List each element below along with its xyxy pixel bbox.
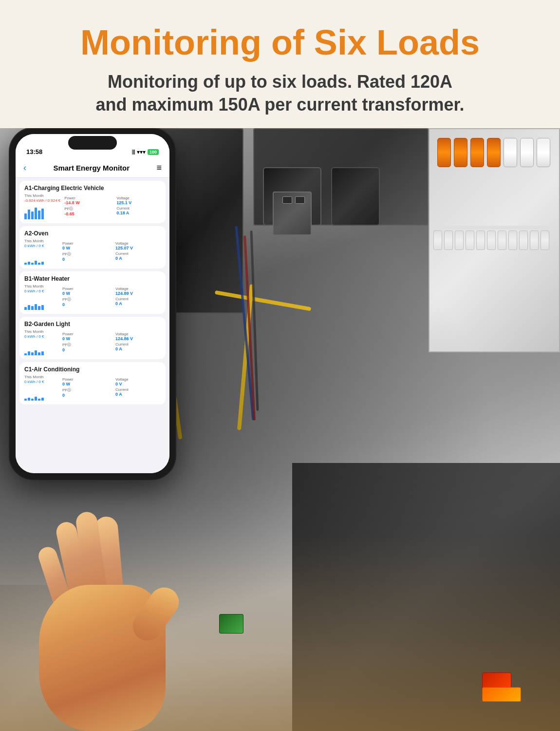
- voltage-value: 125.07 V: [115, 246, 161, 250]
- bar: [38, 263, 40, 265]
- bar: [28, 398, 30, 401]
- bar: [31, 263, 34, 265]
- current-value: 0 A: [115, 256, 161, 261]
- bar: [31, 212, 34, 219]
- load-title: A1-Charging Electric Vehicle: [24, 185, 161, 192]
- month-label: This Month: [24, 284, 58, 289]
- bar: [38, 399, 40, 401]
- status-icons: |||| ▾▾▾ 100: [132, 149, 159, 155]
- bar: [35, 261, 37, 265]
- battery-badge: 100: [148, 149, 159, 155]
- voltage-label: Voltage: [115, 287, 161, 291]
- power-group: Power 0 W: [62, 332, 108, 341]
- load-left: This Month 0 kWh / 0 €: [24, 239, 58, 265]
- voltage-label: Voltage: [115, 241, 161, 246]
- power-group: Power -14.8 W: [64, 196, 109, 205]
- status-time: 13:58: [26, 148, 42, 155]
- bar: [41, 262, 44, 265]
- current-group: Current 0 A: [115, 251, 161, 262]
- load-body: This Month -0.924 kWh / 0.924 € Power -1…: [24, 193, 161, 219]
- voltage-group: Voltage 124.86 V: [115, 332, 161, 341]
- voltage-value: 124.89 V: [115, 291, 161, 296]
- bar: [41, 398, 44, 401]
- voltage-group: Voltage 125.1 V: [116, 196, 161, 205]
- bar: [28, 351, 30, 355]
- screen-content[interactable]: A1-Charging Electric Vehicle This Month …: [16, 178, 169, 473]
- image-section: 13:58 |||| ▾▾▾ 100 ‹ Smart Energy Monito…: [0, 128, 560, 731]
- month-value: 0 kWh / 0 €: [24, 244, 58, 248]
- page-wrapper: Monitoring of Six Loads Monitoring of up…: [0, 0, 560, 731]
- power-value: 0 W: [62, 336, 108, 341]
- current-value: 0 A: [115, 392, 161, 397]
- pf-value: 0: [62, 347, 108, 352]
- pf-group: PF⓪ 0: [62, 342, 108, 352]
- load-card-b2[interactable]: B2-Garden Light This Month 0 kWh / 0 € P…: [19, 317, 166, 359]
- bar: [38, 211, 40, 219]
- bar: [38, 306, 40, 310]
- load-left: This Month 0 kWh / 0 €: [24, 284, 58, 310]
- current-group: Current 0 A: [115, 297, 161, 307]
- bar: [24, 263, 27, 265]
- load-body: This Month 0 kWh / 0 € Power 0 W Voltage…: [24, 284, 161, 310]
- voltage-label: Voltage: [115, 332, 161, 336]
- load-metrics: Power 0 W Voltage 0 V PF⓪ 0 Current 0 A: [62, 377, 161, 398]
- bar: [31, 352, 34, 355]
- bar: [24, 353, 27, 355]
- load-card-a2[interactable]: A2-Oven This Month 0 kWh / 0 € Power 0 W…: [19, 226, 166, 269]
- load-card-a1[interactable]: A1-Charging Electric Vehicle This Month …: [19, 181, 166, 223]
- pf-value: 0: [62, 257, 108, 262]
- pf-label: PF⓪: [62, 251, 108, 257]
- bar: [24, 213, 27, 219]
- pf-label: PF⓪: [64, 206, 109, 212]
- load-body: This Month 0 kWh / 0 € Power 0 W Voltage…: [24, 329, 161, 355]
- bar-chart: [24, 206, 60, 219]
- load-card-b1[interactable]: B1-Water Heater This Month 0 kWh / 0 € P…: [19, 271, 166, 314]
- power-value: 0 W: [62, 382, 108, 386]
- voltage-label: Voltage: [115, 377, 161, 382]
- bar: [41, 305, 44, 310]
- month-label: This Month: [24, 329, 58, 334]
- voltage-group: Voltage 0 V: [115, 377, 161, 386]
- current-value: 0.18 A: [116, 211, 161, 215]
- header-section: Monitoring of Six Loads Monitoring of up…: [0, 0, 560, 128]
- current-label: Current: [115, 342, 161, 346]
- month-value: 0 kWh / 0 €: [24, 334, 58, 339]
- pf-group: PF⓪ 0: [62, 387, 108, 398]
- bar: [35, 397, 37, 401]
- power-label: Power: [62, 332, 108, 336]
- current-label: Current: [116, 206, 161, 211]
- current-label: Current: [115, 387, 161, 392]
- load-metrics: Power 0 W Voltage 124.86 V PF⓪ 0 Current…: [62, 332, 161, 352]
- load-left: This Month 0 kWh / 0 €: [24, 329, 58, 355]
- bar: [38, 352, 40, 355]
- nav-back-button[interactable]: ‹: [23, 163, 26, 173]
- current-label: Current: [115, 251, 161, 256]
- power-group: Power 0 W: [62, 241, 108, 250]
- bar: [28, 210, 30, 219]
- power-label: Power: [62, 241, 108, 246]
- power-value: -14.8 W: [64, 200, 109, 205]
- power-value: 0 W: [62, 291, 108, 296]
- bar-chart: [24, 296, 58, 310]
- month-label: This Month: [24, 239, 58, 243]
- pf-label: PF⓪: [62, 297, 108, 302]
- month-label: This Month: [24, 193, 60, 198]
- bar: [24, 307, 27, 310]
- current-label: Current: [115, 297, 161, 301]
- main-title: Monitoring of Six Loads: [39, 23, 521, 62]
- month-label: This Month: [24, 375, 58, 379]
- load-card-c1[interactable]: C1-Air Conditioning This Month 0 kWh / 0…: [19, 362, 166, 404]
- bar: [31, 399, 34, 401]
- pf-label: PF⓪: [62, 342, 108, 347]
- pf-value: 0: [62, 393, 108, 398]
- pf-value: 0: [62, 302, 108, 307]
- month-value: 0 kWh / 0 €: [24, 380, 58, 384]
- bar-chart: [24, 342, 58, 355]
- phone-frame: 13:58 |||| ▾▾▾ 100 ‹ Smart Energy Monito…: [10, 128, 175, 479]
- nav-menu-button[interactable]: ≡: [156, 163, 162, 173]
- load-body: This Month 0 kWh / 0 € Power 0 W Voltage…: [24, 239, 161, 265]
- pf-value: -0.65: [64, 212, 109, 216]
- power-group: Power 0 W: [62, 377, 108, 386]
- bar: [28, 305, 30, 310]
- bar: [31, 306, 34, 310]
